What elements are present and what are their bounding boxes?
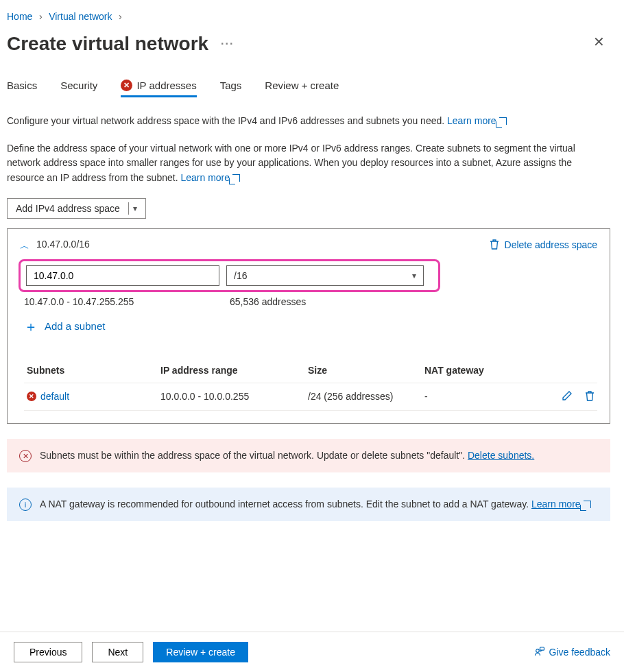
trash-icon	[490, 239, 499, 252]
tab-security[interactable]: Security	[60, 75, 97, 97]
breadcrumb: Home › Virtual network ›	[7, 11, 610, 22]
subnet-link-default[interactable]: default	[40, 391, 69, 402]
chevron-up-icon[interactable]: ︿	[20, 240, 29, 252]
error-circle-icon: ✕	[19, 450, 32, 462]
external-link-icon	[499, 117, 507, 125]
learn-more-link-3[interactable]: Learn more	[531, 499, 591, 509]
review-create-button[interactable]: Review + create	[153, 642, 248, 662]
page-title: Create virtual network ···	[7, 33, 588, 55]
tabs: Basics Security ✕ IP addresses Tags Revi…	[7, 75, 610, 97]
person-feedback-icon	[534, 646, 545, 659]
tab-ip-addresses[interactable]: ✕ IP addresses	[121, 75, 196, 97]
next-button[interactable]: Next	[92, 642, 143, 662]
external-link-icon	[232, 174, 240, 182]
tab-basics[interactable]: Basics	[7, 75, 37, 97]
previous-button[interactable]: Previous	[14, 642, 82, 662]
breadcrumb-vnet[interactable]: Virtual network	[49, 11, 112, 22]
error-icon: ✕	[27, 392, 36, 401]
address-space-inputs-highlight: /16 ▾	[19, 259, 440, 292]
footer: Previous Next Review + create Give feedb…	[0, 632, 624, 672]
address-range-text: 10.47.0.0 - 10.47.255.255	[24, 296, 230, 307]
cell-nat: -	[424, 391, 562, 402]
col-range-header: IP address range	[160, 365, 308, 376]
breadcrumb-home[interactable]: Home	[7, 11, 32, 22]
delete-subnets-link[interactable]: Delete subnets.	[468, 450, 534, 461]
more-dots-icon[interactable]: ···	[221, 38, 234, 50]
error-icon: ✕	[121, 80, 132, 91]
table-row: ✕ default 10.0.0.0 - 10.0.0.255 /24 (256…	[24, 383, 597, 411]
info-circle-icon: i	[19, 499, 32, 511]
plus-icon: ＋	[24, 320, 38, 333]
info-alert: i A NAT gateway is recommended for outbo…	[7, 488, 610, 521]
chevron-right-icon: ›	[35, 11, 46, 22]
intro-text-2: Define the address space of your virtual…	[7, 141, 610, 186]
address-space-card: ︿ 10.47.0.0/16 Delete address space /16 …	[7, 228, 610, 424]
close-icon[interactable]: ✕	[588, 28, 610, 56]
add-ipv4-address-space-button[interactable]: Add IPv4 address space ▾	[7, 198, 146, 219]
chevron-right-icon: ›	[115, 11, 125, 22]
cidr-select[interactable]: /16 ▾	[226, 265, 424, 286]
cell-size: /24 (256 addresses)	[308, 391, 424, 402]
col-subnets-header: Subnets	[27, 365, 160, 376]
intro-text-1: Configure your virtual network address s…	[7, 114, 610, 129]
subnets-table: Subnets IP address range Size NAT gatewa…	[24, 358, 597, 411]
error-alert: ✕ Subnets must be within the address spa…	[7, 439, 610, 472]
address-space-title: 10.47.0.0/16	[36, 239, 90, 250]
tab-tags[interactable]: Tags	[220, 75, 242, 97]
cell-range: 10.0.0.0 - 10.0.0.255	[160, 391, 308, 402]
delete-address-space-button[interactable]: Delete address space	[490, 239, 597, 252]
col-nat-header: NAT gateway	[424, 365, 595, 376]
give-feedback-link[interactable]: Give feedback	[534, 646, 611, 659]
tab-review[interactable]: Review + create	[265, 75, 339, 97]
col-size-header: Size	[308, 365, 424, 376]
add-subnet-button[interactable]: ＋ Add a subnet	[24, 320, 597, 333]
learn-more-link-2[interactable]: Learn more	[180, 172, 240, 183]
svg-rect-1	[540, 647, 544, 650]
address-count-text: 65,536 addresses	[230, 296, 306, 307]
chevron-down-icon: ▾	[133, 204, 137, 213]
svg-point-0	[536, 649, 539, 652]
ip-address-input[interactable]	[26, 265, 219, 286]
external-link-icon	[584, 501, 591, 508]
chevron-down-icon: ▾	[412, 271, 416, 280]
trash-icon[interactable]	[585, 390, 595, 403]
edit-icon[interactable]	[562, 390, 573, 403]
learn-more-link-1[interactable]: Learn more	[447, 115, 507, 126]
